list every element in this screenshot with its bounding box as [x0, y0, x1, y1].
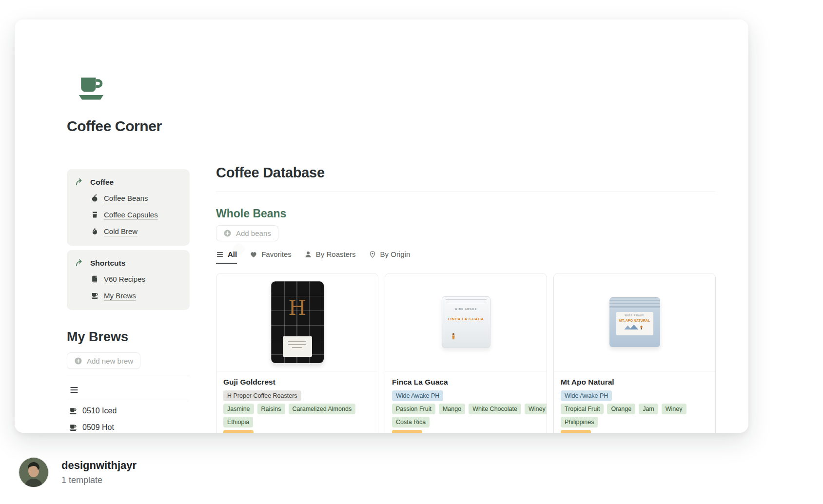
sidebar-item-label: Coffee Capsules [104, 211, 158, 219]
bag-illustration [451, 333, 456, 340]
bag-letter: H [271, 296, 324, 320]
my-brews-heading: My Brews [67, 330, 128, 345]
bag-name-text: MT. APO NATURAL [617, 318, 652, 323]
cold-brew-icon [91, 227, 99, 235]
clipped-tag [223, 430, 254, 433]
brew-entry-label: 0509 Hot [82, 423, 114, 432]
database-title: Coffee Database [216, 165, 325, 181]
brew-list: 0510 Iced0509 Hot [69, 406, 117, 433]
flavor-tag: Jam [639, 404, 658, 414]
flavor-tag: White Chocolate [469, 404, 521, 414]
tab-by-origin[interactable]: By Origin [369, 250, 411, 264]
brew-entry-label: 0510 Iced [82, 407, 117, 415]
tab-label: Favorites [261, 250, 292, 258]
coffee-cup-icon [69, 407, 78, 415]
tab-by-roasters[interactable]: By Roasters [304, 250, 356, 264]
tab-label: By Roasters [316, 250, 356, 258]
bag-illustration [617, 324, 652, 330]
roaster-tag: Wide Awake PH [392, 390, 443, 401]
pin-icon [369, 251, 376, 258]
bag-brand-text: WIDE AWAKE [617, 314, 652, 317]
section-heading: Coffee [90, 178, 114, 187]
origin-tag: Costa Rica [392, 417, 430, 427]
tab-label: By Origin [380, 250, 411, 258]
plus-circle-icon [74, 357, 82, 365]
brew-entry-0509-hot[interactable]: 0509 Hot [69, 422, 117, 433]
author-name: designwithjayr [61, 459, 137, 472]
bag-brand-text: WIDE AWAKE [442, 308, 490, 310]
sidebar-section-list: CoffeeCoffee BeansCoffee CapsulesCold Br… [67, 169, 190, 310]
bean-card-finca-la-guaca[interactable]: WIDE AWAKEFINCA LA GUACAFinca La GuacaWi… [385, 273, 547, 433]
product-bag: H [271, 281, 324, 363]
card-title: Mt Apo Natural [561, 378, 708, 387]
clipped-tag [392, 430, 422, 433]
origin-tag: Philippines [561, 417, 598, 427]
list-icon [216, 251, 224, 258]
sidebar-item-coffee-capsules[interactable]: Coffee Capsules [91, 209, 182, 220]
coffee-cup-icon [91, 291, 99, 300]
heart-icon [250, 251, 257, 258]
flavor-tag: Winey [525, 404, 547, 414]
template-count: 1 template [61, 475, 137, 485]
flavor-tag: Tropical Fruit [561, 404, 604, 414]
avatar [19, 457, 49, 487]
book-icon [91, 275, 99, 283]
roaster-tag: Wide Awake PH [561, 390, 612, 401]
card-title: Guji Goldcrest [223, 378, 371, 387]
coffee-cup-icon [76, 72, 107, 103]
product-bag: WIDE AWAKEFINCA LA GUACA [442, 296, 490, 348]
divider [216, 192, 715, 192]
add-beans-label: Add beans [236, 229, 271, 237]
flavor-tag: Winey [662, 404, 686, 414]
bean-card-guji-goldcrest[interactable]: HGuji GoldcrestH Proper Coffee RoastersJ… [216, 273, 378, 433]
coffee-cup-icon [69, 423, 78, 432]
card-image-area: WIDE AWAKEMT. APO NATURAL [554, 273, 715, 371]
coffee-bean-icon [91, 194, 99, 202]
divider [67, 375, 190, 375]
arrow-curve-right-icon [75, 177, 84, 187]
flavor-tag: Mango [439, 404, 465, 414]
add-new-brew-label: Add new brew [87, 357, 133, 365]
arrow-curve-right-icon [75, 258, 84, 268]
plus-circle-icon [223, 229, 232, 237]
product-bag: WIDE AWAKEMT. APO NATURAL [609, 297, 660, 347]
bean-card-mt-apo-natural[interactable]: WIDE AWAKEMT. APO NATURALMt Apo NaturalW… [553, 273, 716, 433]
coffee-capsule-icon [91, 211, 99, 219]
flavor-tag: Caramelized Almonds [289, 404, 356, 414]
page-title: Coffee Corner [67, 118, 162, 135]
sidebar-item-label: V60 Recipes [104, 275, 145, 283]
brew-entry-0510-iced[interactable]: 0510 Iced [69, 406, 117, 416]
author-profile[interactable]: designwithjayr 1 template [19, 457, 137, 487]
tab-label: All [228, 250, 237, 258]
sidebar-item-my-brews[interactable]: My Brews [91, 290, 182, 301]
roaster-tag: H Proper Coffee Roasters [223, 390, 301, 401]
sidebar-item-label: My Brews [104, 291, 136, 300]
card-grid: HGuji GoldcrestH Proper Coffee RoastersJ… [216, 273, 716, 433]
divider [67, 400, 190, 400]
sidebar-section-coffee: CoffeeCoffee BeansCoffee CapsulesCold Br… [67, 169, 190, 246]
bag-name-text: FINCA LA GUACA [442, 317, 490, 321]
add-beans-button[interactable]: Add beans [216, 225, 278, 241]
sidebar-item-v60-recipes[interactable]: V60 Recipes [91, 273, 182, 284]
tab-favorites[interactable]: Favorites [250, 250, 292, 264]
whole-beans-heading: Whole Beans [216, 207, 286, 220]
origin-tag: Ethiopia [223, 417, 253, 427]
bag-label [283, 336, 312, 357]
card-title: Finca La Guaca [392, 378, 540, 387]
sidebar-item-label: Cold Brew [104, 227, 137, 235]
sidebar-item-label: Coffee Beans [104, 194, 148, 202]
add-new-brew-button[interactable]: Add new brew [67, 352, 140, 369]
card-image-area: H [216, 273, 378, 371]
person-icon [304, 251, 312, 258]
view-tabs: AllFavoritesBy RoastersBy Origin [216, 250, 410, 264]
flavor-tag: Passion Fruit [392, 404, 435, 414]
card-image-area: WIDE AWAKEFINCA LA GUACA [385, 273, 547, 371]
tab-all[interactable]: All [216, 250, 237, 264]
flavor-tag: Orange [607, 404, 635, 414]
list-view-icon [69, 385, 79, 395]
sidebar-section-shortcuts: ShortcutsV60 RecipesMy Brews [67, 250, 190, 310]
sidebar-item-coffee-beans[interactable]: Coffee Beans [91, 193, 182, 203]
flavor-tag: Raisins [257, 404, 285, 414]
sidebar-item-cold-brew[interactable]: Cold Brew [91, 226, 182, 236]
clipped-tag [561, 430, 591, 433]
